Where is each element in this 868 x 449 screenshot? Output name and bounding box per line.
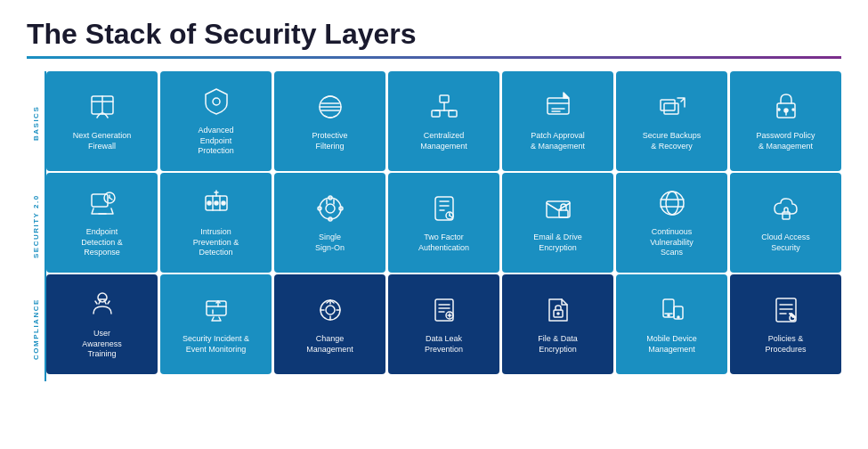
- cell-firewall: Next GenerationFirewall: [46, 71, 158, 171]
- svg-point-35: [215, 201, 218, 205]
- row-security: EndpointDetection &Response Intru: [46, 173, 841, 273]
- intrusion-icon: [200, 187, 232, 223]
- svg-point-24: [778, 109, 780, 110]
- cell-patch: Patch Approval& Management: [502, 71, 613, 171]
- cell-mdm: Mobile DeviceManagement: [616, 274, 727, 374]
- cell-intrusion: IntrusionPrevention &Detection: [160, 173, 272, 273]
- svg-line-53: [450, 216, 452, 217]
- cell-siem: Security Incident &Event Monitoring: [160, 274, 272, 374]
- cell-label-change: ChangeManagement: [306, 334, 353, 355]
- cell-label-file-enc: File & DataEncryption: [538, 334, 578, 355]
- row-labels: BASICS SECURITY 2.0 COMPLIANCE: [27, 71, 46, 381]
- svg-point-25: [792, 109, 794, 110]
- svg-rect-60: [783, 212, 790, 219]
- svg-point-68: [326, 306, 335, 314]
- svg-point-77: [557, 313, 559, 314]
- cloud-access-icon: [770, 192, 802, 228]
- svg-point-36: [222, 201, 225, 205]
- svg-point-34: [207, 201, 211, 205]
- cell-label-firewall: Next GenerationFirewall: [73, 131, 132, 151]
- svg-rect-9: [432, 110, 440, 117]
- cell-label-sso: SingleSign-On: [315, 233, 345, 253]
- policies-icon: [770, 294, 802, 330]
- centralized-icon: [428, 91, 460, 127]
- patch-icon: [542, 91, 574, 127]
- firewall-icon: [86, 91, 118, 127]
- siem-icon: [200, 294, 232, 330]
- cell-label-email-enc: Email & DriveEncryption: [533, 233, 582, 253]
- cell-sso: SingleSign-On: [274, 173, 385, 273]
- cell-2fa: Two FactorAuthentication: [388, 173, 499, 273]
- vuln-icon: [656, 187, 688, 223]
- cell-label-policies: Policies &Procedures: [765, 334, 806, 355]
- 2fa-icon: [428, 192, 460, 228]
- svg-rect-69: [435, 299, 453, 321]
- email-enc-icon: [542, 192, 574, 228]
- backup-icon: [656, 91, 688, 127]
- cell-label-dlp: Data LeakPrevention: [425, 334, 463, 355]
- cell-label-mdm: Mobile DeviceManagement: [646, 334, 697, 355]
- cell-file-enc: File & DataEncryption: [502, 274, 613, 374]
- sso-icon: [314, 192, 346, 228]
- row-compliance: UserAwarenessTraining Security Incident …: [46, 274, 841, 374]
- edr-icon: [86, 187, 118, 223]
- change-icon: [314, 294, 346, 330]
- label-security: SECURITY 2.0: [27, 175, 46, 278]
- svg-rect-8: [440, 95, 449, 102]
- svg-point-81: [668, 314, 669, 316]
- cell-filtering: ProtectiveFiltering: [274, 71, 385, 171]
- svg-point-82: [677, 316, 679, 318]
- cell-label-password: Password Policy& Management: [756, 131, 815, 151]
- cell-cloud-access: Cloud AccessSecurity: [730, 173, 841, 273]
- svg-rect-19: [664, 103, 678, 114]
- cell-centralized: CentralizedManagement: [388, 71, 499, 171]
- svg-rect-18: [661, 100, 675, 110]
- file-enc-icon: [542, 294, 574, 330]
- row-basics: Next GenerationFirewall AdvancedEndpoint…: [46, 71, 841, 171]
- svg-point-56: [661, 192, 684, 215]
- cell-label-siem: Security Incident &Event Monitoring: [183, 334, 249, 355]
- endpoint-protection-icon: [200, 86, 232, 121]
- filtering-icon: [314, 91, 346, 127]
- svg-rect-10: [449, 110, 457, 117]
- cell-label-intrusion: IntrusionPrevention &Detection: [193, 227, 239, 258]
- cell-change: ChangeManagement: [274, 274, 385, 374]
- cell-training: UserAwarenessTraining: [46, 274, 158, 374]
- cell-edr: EndpointDetection &Response: [46, 173, 158, 273]
- cell-label-patch: Patch Approval& Management: [531, 131, 585, 151]
- cell-email-enc: Email & DriveEncryption: [502, 173, 613, 273]
- cell-label-endpoint-protection: AdvancedEndpointProtection: [198, 126, 234, 157]
- label-compliance: COMPLIANCE: [27, 278, 46, 381]
- svg-line-30: [110, 198, 112, 200]
- cell-label-centralized: CentralizedManagement: [420, 131, 467, 151]
- mdm-icon: [656, 294, 688, 330]
- cell-label-training: UserAwarenessTraining: [82, 329, 121, 360]
- cell-dlp: Data LeakPrevention: [388, 274, 499, 374]
- cell-policies: Policies &Procedures: [730, 274, 841, 374]
- svg-point-39: [320, 198, 341, 219]
- grid-content: Next GenerationFirewall AdvancedEndpoint…: [46, 71, 841, 381]
- training-icon: [86, 289, 118, 324]
- svg-point-57: [666, 192, 678, 215]
- cell-label-cloud-access: Cloud AccessSecurity: [761, 233, 810, 253]
- page-title: The Stack of Security Layers: [27, 18, 841, 51]
- cell-backup: Secure Backups& Recovery: [616, 71, 727, 171]
- cell-password: Password Policy& Management: [730, 71, 841, 171]
- title-underline: [27, 56, 841, 59]
- svg-rect-55: [559, 210, 568, 217]
- cell-label-backup: Secure Backups& Recovery: [643, 131, 702, 151]
- cell-label-edr: EndpointDetection &Response: [81, 227, 123, 258]
- cell-endpoint-protection: AdvancedEndpointProtection: [160, 71, 272, 171]
- cell-label-filtering: ProtectiveFiltering: [312, 131, 347, 151]
- password-icon: [770, 91, 802, 127]
- label-basics: BASICS: [27, 71, 46, 175]
- cell-label-vuln: ContinuousVulnerabilityScans: [650, 227, 694, 258]
- svg-point-3: [213, 98, 220, 105]
- svg-point-61: [98, 293, 107, 302]
- svg-rect-83: [776, 298, 796, 322]
- svg-point-40: [326, 204, 335, 213]
- cell-label-2fa: Two FactorAuthentication: [418, 233, 469, 253]
- dlp-icon: [428, 294, 460, 330]
- cell-vuln: ContinuousVulnerabilityScans: [616, 173, 727, 273]
- security-grid: BASICS SECURITY 2.0 COMPLIANCE Next Gene…: [27, 71, 841, 381]
